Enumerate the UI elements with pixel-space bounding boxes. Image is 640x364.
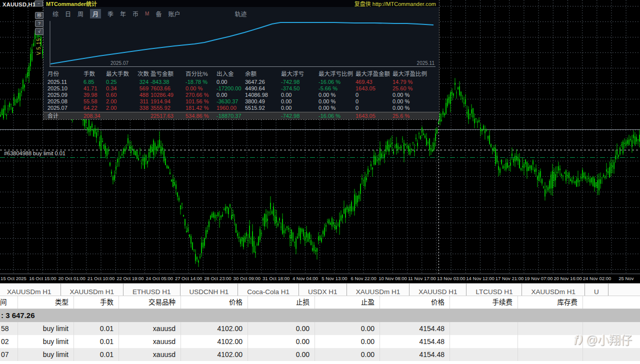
menu-item-币[interactable]: 币 xyxy=(132,9,138,18)
order-cell: xauusd xyxy=(119,348,181,361)
stats-cell: 488 xyxy=(138,92,150,98)
stats-panel[interactable]: MTCommander统计 复盘侠 http://MTCommander.com… xyxy=(44,0,439,119)
tab-usdcnh-h1[interactable]: USDCNH H1 xyxy=(180,284,238,296)
time-label: 5 Nov 13:00 xyxy=(322,276,347,281)
orders-header-cell[interactable]: 手数 xyxy=(74,296,119,309)
stats-cell: 2.00 xyxy=(106,105,138,111)
order-cell: 0.00 xyxy=(248,322,315,335)
stats-cell: 3800.49 xyxy=(245,98,281,105)
orders-header-cell[interactable]: 手续费 xyxy=(450,296,518,309)
stats-cell: 0 xyxy=(356,98,392,105)
orders-header-cell[interactable]: 止损 xyxy=(248,296,315,309)
stats-header-cell: 最大浮亏比例 xyxy=(318,69,356,79)
orders-header-cell[interactable]: 价格 xyxy=(181,296,248,309)
tab-xauusdm-h1[interactable]: XAUUSDm H1 xyxy=(347,284,410,296)
stats-cell: 324 xyxy=(138,79,150,85)
tab-xauusdm-h1[interactable]: XAUUSDm H1 xyxy=(0,284,61,296)
symbol-label: XAUUSD,H1 xyxy=(2,1,36,7)
stats-cell: 14.79 % xyxy=(392,79,432,85)
balance-summary-row: : 3 647.26 xyxy=(0,309,640,322)
panel-brand-link[interactable]: 复盘侠 http://MTCommander.com xyxy=(354,0,436,7)
orders-header-cell[interactable]: 价格 xyxy=(380,296,450,309)
stats-cell: 181.42 % xyxy=(186,105,216,111)
stats-cell: 1643.05 xyxy=(356,112,392,119)
stats-header-cell: 最大浮盈比例 xyxy=(392,69,432,79)
stats-cell: 569 xyxy=(138,85,150,92)
stats-cell: -5.66 % xyxy=(318,85,356,92)
orders-section: XAUUSDm H1XAUUSDm H1ETHUSD H1USDCNH H1Co… xyxy=(0,283,640,364)
stats-cell: 41.71 xyxy=(84,85,106,92)
order-line-label: #63804988 buy limit 0.01 xyxy=(4,150,66,156)
time-label: 27 Oct 14:00 xyxy=(175,276,202,281)
order-row[interactable]: 58buy limit0.01xauusd4102.000.000.004154… xyxy=(0,322,640,335)
time-label: 17 Nov 21:00 xyxy=(496,276,524,281)
stats-cell: 0.00 % xyxy=(318,92,356,98)
stats-cell: 0.00 % xyxy=(392,98,432,105)
stats-cell: 0.00 xyxy=(281,105,318,111)
tab-xauusdm-h1[interactable]: XAUUSDm H1 xyxy=(61,284,124,296)
stats-cell: 0.25 xyxy=(106,79,138,85)
panel-title-bar[interactable]: MTCommander统计 复盘侠 http://MTCommander.com xyxy=(44,0,439,7)
panel-title: MTCommander统计 xyxy=(46,0,97,7)
stats-header-row: 月份手数最大手数次数盈亏金额百分比%出入金余额最大浮亏最大浮亏比例最大浮盈金额最… xyxy=(48,69,439,79)
menu-item-周[interactable]: 周 xyxy=(78,9,84,18)
stats-cell: 4490.64 xyxy=(245,85,281,92)
tab-ltcusd-h1[interactable]: LTCUSD H1 xyxy=(466,284,522,296)
order-cell xyxy=(450,335,518,348)
order-cell xyxy=(450,348,518,361)
stats-cell: -742.98 xyxy=(281,112,318,119)
tab-coca-cola-h1[interactable]: Coca-Cola H1 xyxy=(238,284,299,296)
stats-cell: 14086.98 xyxy=(245,92,281,98)
menu-item-轨迹[interactable]: 轨迹 xyxy=(234,9,246,18)
time-label: 28 Oct 23:00 xyxy=(204,276,231,281)
tab-xauusd-h1[interactable]: XAUUSD H1 xyxy=(410,284,466,296)
stats-cell: 3647.26 xyxy=(245,79,281,85)
stats-header-cell: 出入金 xyxy=(216,69,245,79)
time-axis: 15 Oct 202516 Oct 15:0020 Oct 01:0021 Oc… xyxy=(0,274,640,283)
menu-item-综[interactable]: 综 xyxy=(52,9,58,18)
stats-total-row: 合计208.3422517.63534.86 %-18870.37-742.98… xyxy=(44,112,439,119)
time-label: 15 Oct 2025 xyxy=(0,276,26,281)
stats-header-cell: 月份 xyxy=(48,69,84,79)
orders-header-cell[interactable]: 间 xyxy=(0,296,18,309)
stats-cell xyxy=(245,112,281,119)
order-cell xyxy=(450,322,518,335)
stats-header-cell: 余额 xyxy=(245,69,281,79)
menu-item-账户[interactable]: 账户 xyxy=(168,9,180,18)
stats-row: 2025.0939.980.6048810286.49270.66 %0.001… xyxy=(48,92,439,98)
minimize-button[interactable]: − xyxy=(34,0,43,6)
tab-u[interactable]: U xyxy=(585,284,608,296)
help-button[interactable]: ? xyxy=(35,20,44,27)
tab-usdx-h1[interactable]: USDX H1 xyxy=(299,284,347,296)
orders-table-header: 间类型手数交易品种价格止损止盈价格手续费库存费 xyxy=(0,296,640,309)
orders-header-cell[interactable]: 止盈 xyxy=(315,296,380,309)
move-button[interactable]: 移 xyxy=(35,12,44,19)
stats-cell: 55.58 xyxy=(84,98,106,105)
order-row[interactable]: 02buy limit0.01xauusd4102.000.000.004154… xyxy=(0,335,640,348)
stats-cell: 25.6 % xyxy=(392,112,432,119)
stats-cell: 101.56 % xyxy=(186,98,216,105)
orders-header-cell[interactable]: 类型 xyxy=(18,296,74,309)
stats-cell: -17200.00 xyxy=(216,85,245,92)
tab-ethusd-h1[interactable]: ETHUSD H1 xyxy=(124,284,180,296)
time-label: 31 Oct 18:00 xyxy=(262,276,290,281)
tab-xauusdm-h1[interactable]: XAUUSDm H1 xyxy=(522,284,585,296)
stats-cell: 6.85 xyxy=(84,79,106,85)
orders-header-cell[interactable]: 库存费 xyxy=(518,296,583,309)
stats-cell: 0.00 % xyxy=(392,92,432,98)
order-cell: 0.01 xyxy=(74,322,119,335)
stats-cell: 2025.11 xyxy=(48,79,84,85)
menu-item-月[interactable]: 月 xyxy=(90,9,101,18)
orders-header-cell[interactable]: 交易品种 xyxy=(119,296,181,309)
stats-header-cell: 盈亏金额 xyxy=(150,69,186,79)
menu-item-日[interactable]: 日 xyxy=(65,9,71,18)
menu-item-备[interactable]: 备 xyxy=(156,9,162,18)
menu-item-季[interactable]: 季 xyxy=(108,9,114,18)
stats-cell: 3555.92 xyxy=(150,105,186,111)
watermark-handle: @小翔仔 xyxy=(586,331,632,348)
menu-item-M[interactable]: M xyxy=(145,11,149,16)
order-row[interactable]: 07buy limit0.01xauusd4102.000.000.004154… xyxy=(0,348,640,361)
check-button[interactable]: √ xyxy=(35,28,44,35)
menu-item-年[interactable]: 年 xyxy=(120,9,126,18)
time-label: 21 Oct 10:00 xyxy=(88,276,114,281)
